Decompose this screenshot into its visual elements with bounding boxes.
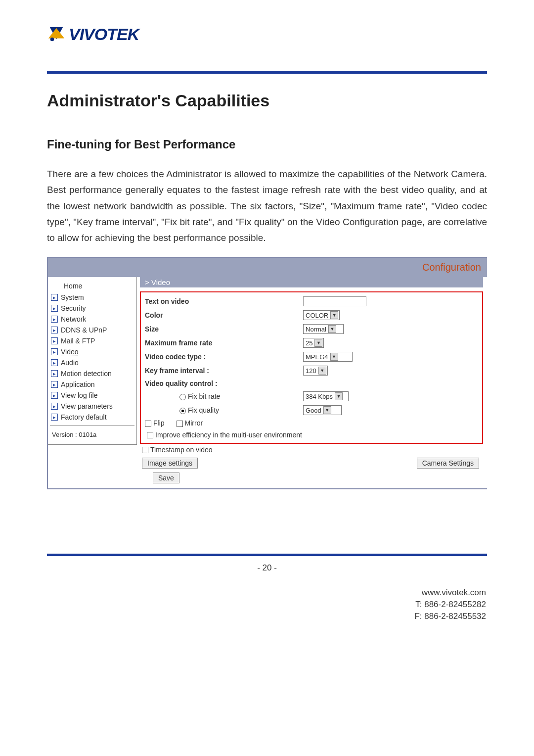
- logo-text: VIVOTEK: [69, 25, 139, 44]
- sidebar-item-system[interactable]: ▸System: [50, 292, 134, 303]
- expand-icon: ▸: [51, 381, 58, 388]
- sidebar: Home ▸System ▸Security ▸Network ▸DDNS & …: [48, 277, 137, 445]
- chevron-down-icon: ▼: [330, 311, 338, 319]
- sidebar-item-security[interactable]: ▸Security: [50, 303, 134, 314]
- sidebar-item-label: DDNS & UPnP: [61, 326, 107, 334]
- keyframe-label: Key frame interval :: [145, 367, 303, 375]
- sidebar-item-viewlog[interactable]: ▸View log file: [50, 390, 134, 401]
- brand-logo: VIVOTEK: [47, 25, 487, 44]
- color-label: Color: [145, 311, 303, 319]
- sidebar-item-label: Video: [61, 348, 79, 356]
- quality-control-label: Video quality control :: [145, 379, 303, 387]
- camera-settings-button[interactable]: Camera Settings: [417, 458, 479, 469]
- footer-contact: www.vivotek.com T: 886-2-82455282 F: 886…: [47, 587, 487, 622]
- expand-icon: ▸: [51, 305, 58, 312]
- expand-icon: ▸: [51, 359, 58, 366]
- expand-icon: ▸: [51, 294, 58, 301]
- sidebar-item-application[interactable]: ▸Application: [50, 379, 134, 390]
- sidebar-item-label: Network: [61, 315, 86, 323]
- size-label: Size: [145, 325, 303, 333]
- max-frame-label: Maximum frame rate: [145, 339, 303, 347]
- sidebar-item-label: System: [61, 293, 84, 301]
- highlighted-settings: Text on video Color COLOR▼ Size Normal▼ …: [140, 291, 483, 444]
- sidebar-home[interactable]: Home: [50, 280, 134, 292]
- checkbox-icon: [142, 447, 148, 453]
- chevron-down-icon: ▼: [323, 406, 331, 414]
- svg-point-2: [50, 37, 54, 41]
- expand-icon: ▸: [51, 316, 58, 323]
- config-header: Configuration: [48, 258, 487, 277]
- chevron-down-icon: ▼: [328, 325, 336, 333]
- checkbox-icon: [145, 421, 151, 427]
- sidebar-item-factory[interactable]: ▸Factory default: [50, 412, 134, 423]
- text-on-video-label: Text on video: [145, 297, 303, 305]
- logo-mark-icon: [47, 25, 66, 44]
- intro-paragraph: There are a few choices the Administrato…: [47, 166, 487, 246]
- sidebar-item-mail[interactable]: ▸Mail & FTP: [50, 335, 134, 346]
- expand-icon: ▸: [51, 392, 58, 399]
- footer-url: www.vivotek.com: [47, 587, 486, 599]
- sidebar-item-network[interactable]: ▸Network: [50, 314, 134, 325]
- radio-checked-icon: [179, 408, 186, 414]
- page-number: - 20 -: [47, 563, 487, 573]
- sidebar-item-motion[interactable]: ▸Motion detection: [50, 368, 134, 379]
- sidebar-item-label: Mail & FTP: [61, 337, 95, 345]
- config-screenshot: Configuration Home ▸System ▸Security ▸Ne…: [47, 257, 487, 489]
- sidebar-item-label: Security: [61, 304, 86, 312]
- section-title: Fine-tuning for Best Performance: [47, 138, 487, 151]
- expand-icon: ▸: [51, 403, 58, 410]
- fix-quality-option[interactable]: Fix quality: [145, 406, 303, 414]
- size-select[interactable]: Normal▼: [303, 324, 344, 334]
- mirror-checkbox[interactable]: Mirror: [177, 419, 203, 427]
- expand-icon: ▸: [51, 327, 58, 333]
- radio-icon: [179, 394, 186, 400]
- keyframe-select[interactable]: 120▼: [303, 366, 328, 376]
- expand-icon: ▸: [51, 414, 58, 421]
- checkbox-icon: [147, 432, 153, 438]
- header-divider: [47, 71, 487, 74]
- fix-bitrate-option[interactable]: Fix bit rate: [145, 392, 303, 400]
- footer-fax: F: 886-2-82455532: [47, 611, 486, 622]
- sidebar-item-ddns[interactable]: ▸DDNS & UPnP: [50, 325, 134, 335]
- sidebar-item-label: Factory default: [61, 413, 107, 421]
- expand-icon: ▸: [51, 370, 58, 377]
- version-text: Version : 0101a: [50, 425, 134, 440]
- color-select[interactable]: COLOR▼: [303, 310, 340, 320]
- chevron-down-icon: ▼: [314, 339, 322, 347]
- sidebar-item-label: Motion detection: [61, 370, 112, 378]
- flip-checkbox[interactable]: Flip: [145, 419, 165, 427]
- chevron-down-icon: ▼: [330, 353, 338, 361]
- svg-marker-1: [48, 28, 64, 38]
- checkbox-icon: [177, 421, 183, 427]
- sidebar-item-video[interactable]: ▸Video: [50, 346, 134, 357]
- sidebar-item-label: Application: [61, 380, 95, 388]
- sidebar-item-label: Audio: [61, 359, 79, 367]
- expand-icon: ▸: [51, 348, 58, 355]
- chevron-down-icon: ▼: [318, 367, 326, 375]
- sidebar-item-label: View parameters: [61, 402, 113, 410]
- codec-label: Video codec type :: [145, 353, 303, 361]
- text-on-video-input[interactable]: [303, 296, 366, 306]
- sidebar-item-audio[interactable]: ▸Audio: [50, 357, 134, 368]
- chevron-down-icon: ▼: [335, 392, 343, 400]
- save-button[interactable]: Save: [153, 472, 179, 483]
- footer-tel: T: 886-2-82455282: [47, 599, 486, 611]
- breadcrumb: > Video: [140, 277, 483, 287]
- sidebar-item-label: View log file: [61, 391, 97, 399]
- sidebar-item-viewparams[interactable]: ▸View parameters: [50, 401, 134, 412]
- timestamp-checkbox[interactable]: Timestamp on video: [140, 444, 483, 456]
- fix-quality-select[interactable]: Good▼: [303, 405, 342, 415]
- footer-divider: [47, 554, 487, 556]
- improve-efficiency-checkbox[interactable]: Improve efficiency in the multi-user env…: [145, 429, 478, 441]
- codec-select[interactable]: MPEG4▼: [303, 352, 353, 362]
- image-settings-button[interactable]: Image settings: [142, 458, 198, 469]
- fix-bitrate-select[interactable]: 384 Kbps▼: [303, 391, 349, 401]
- expand-icon: ▸: [51, 337, 58, 344]
- page-title: Administrator's Capabilities: [47, 91, 487, 110]
- config-main: > Video Text on video Color COLOR▼ Size …: [140, 277, 487, 488]
- max-frame-select[interactable]: 25▼: [303, 338, 324, 348]
